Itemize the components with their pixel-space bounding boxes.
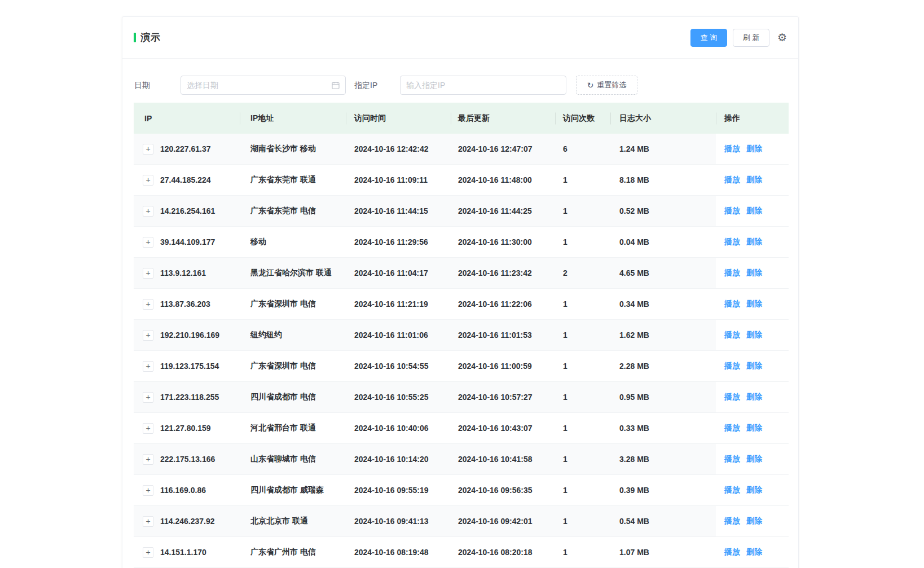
query-button[interactable]: 查 询 bbox=[690, 29, 727, 47]
ip-value: 121.27.80.159 bbox=[160, 424, 211, 433]
expand-plus-icon[interactable] bbox=[143, 330, 153, 341]
reset-filter-button[interactable]: 重置筛选 bbox=[576, 76, 637, 95]
refresh-icon bbox=[587, 81, 594, 89]
visit-count-cell: 6 bbox=[555, 134, 610, 164]
log-size-cell: 0.04 MB bbox=[610, 227, 716, 257]
visit-count-cell: 1 bbox=[555, 165, 610, 195]
column-header-ip-address: IP地址 bbox=[240, 103, 346, 134]
delete-link[interactable]: 删除 bbox=[746, 237, 762, 247]
play-link[interactable]: 播放 bbox=[724, 175, 740, 185]
last-update-cell: 2024-10-16 09:56:35 bbox=[451, 475, 555, 505]
ip-value: 14.216.254.161 bbox=[160, 206, 215, 215]
table-row: 113.9.12.161 黑龙江省哈尔滨市 联通 2024-10-16 11:0… bbox=[134, 258, 789, 289]
visit-time-cell: 2024-10-16 11:04:17 bbox=[346, 258, 451, 288]
visit-time-cell: 2024-10-16 11:29:56 bbox=[346, 227, 451, 257]
delete-link[interactable]: 删除 bbox=[746, 206, 762, 216]
expand-plus-icon[interactable] bbox=[143, 144, 153, 155]
table-row: 113.87.36.203 广东省深圳市 电信 2024-10-16 11:21… bbox=[134, 289, 789, 320]
ip-input[interactable] bbox=[406, 81, 560, 90]
last-update-cell: 2024-10-16 08:20:18 bbox=[451, 537, 555, 567]
last-update-cell: 2024-10-16 12:47:07 bbox=[451, 134, 555, 164]
delete-link[interactable]: 删除 bbox=[746, 423, 762, 433]
table-row: 222.175.13.166 山东省聊城市 电信 2024-10-16 10:1… bbox=[134, 444, 789, 475]
delete-link[interactable]: 删除 bbox=[746, 485, 762, 495]
expand-plus-icon[interactable] bbox=[143, 423, 153, 434]
delete-link[interactable]: 删除 bbox=[746, 547, 762, 557]
ip-cell: 113.87.36.203 bbox=[134, 289, 240, 319]
visit-time-cell: 2024-10-16 10:14:20 bbox=[346, 444, 451, 474]
play-link[interactable]: 播放 bbox=[724, 330, 740, 340]
ip-value: 116.169.0.86 bbox=[160, 486, 206, 495]
date-picker[interactable] bbox=[181, 76, 346, 95]
card-header: 演示 查 询 刷 新 bbox=[122, 17, 798, 59]
expand-plus-icon[interactable] bbox=[143, 392, 153, 403]
expand-plus-icon[interactable] bbox=[143, 237, 153, 248]
play-link[interactable]: 播放 bbox=[724, 485, 740, 495]
play-link[interactable]: 播放 bbox=[724, 392, 740, 402]
delete-link[interactable]: 删除 bbox=[746, 268, 762, 278]
visit-count-cell: 1 bbox=[555, 227, 610, 257]
play-link[interactable]: 播放 bbox=[724, 237, 740, 247]
expand-plus-icon[interactable] bbox=[143, 516, 153, 527]
ip-address-cell: 广东省深圳市 电信 bbox=[240, 351, 346, 381]
delete-link[interactable]: 删除 bbox=[746, 175, 762, 185]
play-link[interactable]: 播放 bbox=[724, 516, 740, 526]
table-header-row: IP IP地址 访问时间 最后更新 访问次数 日志大小 操作 bbox=[134, 103, 789, 134]
log-size-cell: 1.62 MB bbox=[610, 320, 716, 350]
delete-link[interactable]: 删除 bbox=[746, 516, 762, 526]
play-link[interactable]: 播放 bbox=[724, 299, 740, 309]
log-size-cell: 8.18 MB bbox=[610, 165, 716, 195]
gear-icon[interactable] bbox=[777, 32, 787, 43]
expand-plus-icon[interactable] bbox=[143, 268, 153, 279]
ip-value: 192.210.196.169 bbox=[160, 331, 219, 340]
actions-cell: 播放 删除 bbox=[716, 506, 789, 536]
ip-filter[interactable] bbox=[400, 76, 566, 95]
column-header-visit-count: 访问次数 bbox=[555, 103, 610, 134]
visit-count-cell: 1 bbox=[555, 475, 610, 505]
ip-cell: 120.227.61.37 bbox=[134, 134, 240, 164]
play-link[interactable]: 播放 bbox=[724, 454, 740, 464]
title-accent-bar bbox=[134, 33, 136, 42]
expand-plus-icon[interactable] bbox=[143, 485, 153, 496]
delete-link[interactable]: 删除 bbox=[746, 330, 762, 340]
expand-plus-icon[interactable] bbox=[143, 206, 153, 217]
play-link[interactable]: 播放 bbox=[724, 423, 740, 433]
visit-count-cell: 1 bbox=[555, 196, 610, 226]
ip-value: 14.151.1.170 bbox=[160, 548, 206, 557]
delete-link[interactable]: 删除 bbox=[746, 454, 762, 464]
log-size-cell: 4.65 MB bbox=[610, 258, 716, 288]
expand-plus-icon[interactable] bbox=[143, 454, 153, 465]
visit-count-cell: 1 bbox=[555, 289, 610, 319]
table-row: 192.210.196.169 纽约纽约 2024-10-16 11:01:06… bbox=[134, 320, 789, 351]
play-link[interactable]: 播放 bbox=[724, 361, 740, 371]
delete-link[interactable]: 删除 bbox=[746, 144, 762, 154]
log-size-cell: 1.24 MB bbox=[610, 134, 716, 164]
actions-cell: 播放 删除 bbox=[716, 196, 789, 226]
delete-link[interactable]: 删除 bbox=[746, 392, 762, 402]
expand-plus-icon[interactable] bbox=[143, 175, 153, 186]
visit-count-cell: 1 bbox=[555, 413, 610, 443]
header-actions: 查 询 刷 新 bbox=[690, 29, 787, 47]
date-input[interactable] bbox=[187, 81, 327, 90]
actions-cell: 播放 删除 bbox=[716, 351, 789, 381]
ip-address-cell: 广东省深圳市 电信 bbox=[240, 289, 346, 319]
play-link[interactable]: 播放 bbox=[724, 268, 740, 278]
play-link[interactable]: 播放 bbox=[724, 206, 740, 216]
delete-link[interactable]: 删除 bbox=[746, 299, 762, 309]
visit-time-cell: 2024-10-16 10:54:55 bbox=[346, 351, 451, 381]
ip-address-cell: 河北省邢台市 联通 bbox=[240, 413, 346, 443]
expand-plus-icon[interactable] bbox=[143, 361, 153, 372]
visit-time-cell: 2024-10-16 11:44:15 bbox=[346, 196, 451, 226]
play-link[interactable]: 播放 bbox=[724, 144, 740, 154]
refresh-button[interactable]: 刷 新 bbox=[733, 29, 769, 47]
play-link[interactable]: 播放 bbox=[724, 547, 740, 557]
expand-plus-icon[interactable] bbox=[143, 299, 153, 310]
ip-cell: 14.216.254.161 bbox=[134, 196, 240, 226]
log-size-cell: 0.34 MB bbox=[610, 289, 716, 319]
delete-link[interactable]: 删除 bbox=[746, 361, 762, 371]
ip-cell: 171.223.118.255 bbox=[134, 382, 240, 412]
last-update-cell: 2024-10-16 11:30:00 bbox=[451, 227, 555, 257]
last-update-cell: 2024-10-16 11:44:25 bbox=[451, 196, 555, 226]
expand-plus-icon[interactable] bbox=[143, 547, 153, 558]
visit-time-cell: 2024-10-16 11:21:19 bbox=[346, 289, 451, 319]
